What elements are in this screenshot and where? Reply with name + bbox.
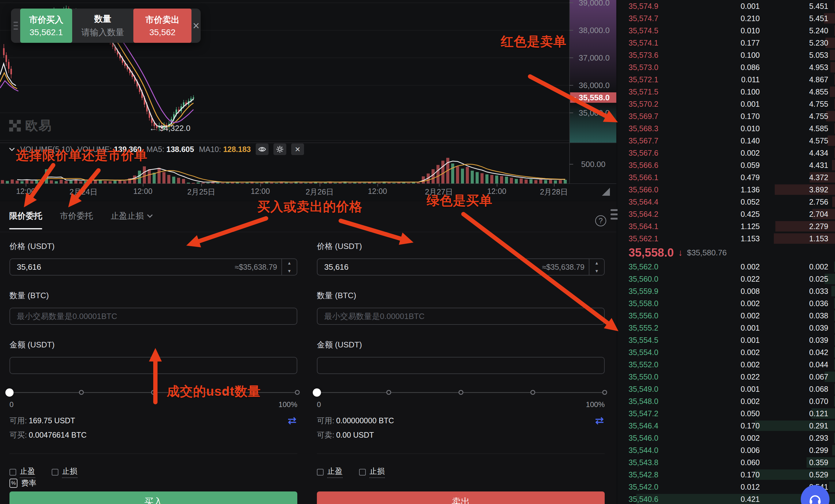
available-label: 可用: xyxy=(317,416,334,426)
order-book-ask-row[interactable]: 35,574.90.0015.451 xyxy=(617,0,835,12)
quantity-label: 数量 (BTC) xyxy=(9,290,297,301)
sell-price-input[interactable] xyxy=(318,259,542,275)
price-step-down-icon[interactable]: ▼ xyxy=(282,267,297,275)
buy-percent-slider[interactable] xyxy=(9,388,297,397)
take-profit-checkbox[interactable]: 止盈 xyxy=(317,466,343,478)
svg-text:39,000.0: 39,000.0 xyxy=(579,0,610,7)
order-book-bid-row[interactable]: 35,544.00.0060.299 xyxy=(617,444,835,456)
ma5-value: 138.605 xyxy=(166,145,194,154)
order-book-bid-row[interactable]: 35,546.40.1700.291 xyxy=(617,420,835,432)
order-book-bid-row[interactable]: 35,560.00.0220.025 xyxy=(617,273,835,285)
order-book-bid-row[interactable]: 35,542.00.0120.541 xyxy=(617,481,835,493)
slider-handle[interactable] xyxy=(5,388,14,397)
order-book-ask-row[interactable]: 35,574.10.1775.230 xyxy=(617,37,835,49)
ma5-label: MA5: xyxy=(146,145,164,154)
gear-icon[interactable] xyxy=(273,143,286,155)
order-book-ask-row[interactable]: 35,568.30.0104.585 xyxy=(617,122,835,135)
price-step-up-icon[interactable]: ▲ xyxy=(589,259,604,267)
price-step-up-icon[interactable]: ▲ xyxy=(282,259,297,267)
order-book-bid-row[interactable]: 35,543.80.0600.359 xyxy=(617,456,835,468)
order-book: 35,574.90.0015.45135,574.70.2105.45135,5… xyxy=(617,0,835,504)
order-book-ask-row[interactable]: 35,566.01.1363.892 xyxy=(617,183,835,196)
max-buy-value: 0.00476614 BTC xyxy=(29,430,86,440)
order-book-ask-row[interactable]: 35,566.10.4794.372 xyxy=(617,171,835,183)
order-book-ask-row[interactable]: 35,564.40.0522.756 xyxy=(617,196,835,208)
order-book-ask-row[interactable]: 35,562.11.1531.153 xyxy=(617,233,835,245)
collapse-chevron-icon[interactable] xyxy=(8,147,15,152)
order-book-ask-row[interactable]: 35,574.70.2105.451 xyxy=(617,12,835,24)
close-indicator-icon[interactable]: × xyxy=(291,143,304,155)
order-book-ask-row[interactable]: 35,564.11.1252.279 xyxy=(617,220,835,233)
order-book-ask-row[interactable]: 35,567.70.1404.575 xyxy=(617,135,835,147)
sell-percent-slider[interactable] xyxy=(317,388,605,397)
market-sell-button[interactable]: 市价卖出 35,562 xyxy=(134,8,191,43)
ma10-value: 128.183 xyxy=(223,145,251,154)
max-sell-label: 可卖: xyxy=(317,430,334,440)
order-book-bid-row[interactable]: 35,556.00.0020.038 xyxy=(617,309,835,322)
order-book-bid-row[interactable]: 35,542.80.1700.529 xyxy=(617,468,835,481)
buy-quantity-input[interactable] xyxy=(10,308,297,324)
time-axis-label: 12:00 xyxy=(251,187,270,196)
time-axis[interactable]: 12:002月24日12:002月25日12:002月26日12:002月27日… xyxy=(0,183,616,198)
order-book-ask-row[interactable]: 35,573.00.0864.953 xyxy=(617,61,835,74)
order-book-bid-row[interactable]: 35,550.00.0220.067 xyxy=(617,371,835,383)
quantity-placeholder: 请输入数量 xyxy=(81,27,124,38)
eye-icon[interactable] xyxy=(256,143,268,155)
sell-submit-button[interactable]: 卖出 xyxy=(317,491,605,504)
order-book-bid-row[interactable]: 35,558.00.0020.036 xyxy=(617,297,835,309)
sell-quantity-input[interactable] xyxy=(318,308,604,324)
transfer-swap-icon[interactable] xyxy=(287,417,297,425)
sell-amount-input[interactable] xyxy=(318,358,604,374)
available-value: 0.00000000 BTC xyxy=(336,416,394,425)
last-price-row[interactable]: 35,558.0 ↓ $35,580.76 xyxy=(617,245,835,261)
order-book-ask-row[interactable]: 35,567.60.0024.434 xyxy=(617,147,835,159)
popup-drag-handle-icon[interactable] xyxy=(11,8,20,43)
order-book-ask-row[interactable]: 35,569.70.1704.755 xyxy=(617,110,835,122)
order-book-bid-row[interactable]: 35,554.50.0010.039 xyxy=(617,334,835,346)
order-book-ask-row[interactable]: 35,564.20.4252.704 xyxy=(617,208,835,220)
order-book-bid-row[interactable]: 35,552.00.0020.044 xyxy=(617,359,835,371)
popup-close-icon[interactable]: × xyxy=(191,8,201,43)
order-book-ask-row[interactable]: 35,570.20.0014.755 xyxy=(617,98,835,110)
price-label: 价格 (USDT) xyxy=(317,241,605,252)
order-book-bid-row[interactable]: 35,547.20.0500.121 xyxy=(617,407,835,420)
volume-value: 139.360 xyxy=(114,145,141,154)
order-book-bid-row[interactable]: 35,555.20.0010.039 xyxy=(617,322,835,334)
order-book-bid-row[interactable]: 35,549.00.0010.068 xyxy=(617,383,835,395)
order-book-bid-row[interactable]: 35,562.00.0020.002 xyxy=(617,261,835,273)
resize-handle-icon[interactable] xyxy=(602,188,610,196)
order-book-bid-row[interactable]: 35,546.00.0020.293 xyxy=(617,432,835,444)
order-book-bid-row[interactable]: 35,548.00.0020.070 xyxy=(617,395,835,407)
buy-price-input[interactable] xyxy=(10,259,235,275)
slider-handle[interactable] xyxy=(313,388,321,397)
order-book-ask-row[interactable]: 35,573.60.1005.053 xyxy=(617,49,835,61)
tab-order-type-1[interactable]: 市价委托 xyxy=(60,210,93,229)
order-book-bid-row[interactable]: 35,559.90.0080.033 xyxy=(617,285,835,297)
quantity-label: 数量 xyxy=(94,13,111,25)
price-usd-approx: ≈$35,638.79 xyxy=(542,263,589,271)
order-book-ask-row[interactable]: 35,574.50.0105.240 xyxy=(617,24,835,37)
order-book-ask-row[interactable]: 35,566.60.0594.431 xyxy=(617,159,835,171)
brand-name: 欧易 xyxy=(25,117,52,134)
sell-order-form: 价格 (USDT) ≈$35,638.79 ▲▼ 数量 (BTC) 金额 (US… xyxy=(317,241,605,504)
svg-text:37,000.0: 37,000.0 xyxy=(579,53,610,62)
transfer-swap-icon[interactable] xyxy=(594,417,605,425)
order-book-ask-row[interactable]: 35,572.10.0114.867 xyxy=(617,74,835,86)
amount-label: 金额 (USDT) xyxy=(317,340,605,350)
buy-submit-button[interactable]: 买入 xyxy=(9,491,297,504)
fee-rate-link[interactable]: % 费率 xyxy=(9,478,36,488)
order-book-bid-row[interactable]: 35,554.00.0020.042 xyxy=(617,346,835,359)
buy-amount-input[interactable] xyxy=(10,358,297,374)
order-book-ask-row[interactable]: 35,571.50.1004.855 xyxy=(617,86,835,98)
headset-icon xyxy=(808,492,822,504)
quick-trade-popup: 市价买入 35,562.1 数量 请输入数量 市价卖出 35,562 × xyxy=(11,8,201,43)
tab-order-type-2[interactable]: 止盈止损 xyxy=(111,210,153,229)
take-profit-checkbox[interactable]: 止盈 xyxy=(9,466,35,478)
price-step-down-icon[interactable]: ▼ xyxy=(589,267,604,275)
market-buy-button[interactable]: 市价买入 35,562.1 xyxy=(20,8,72,43)
tab-order-type-0[interactable]: 限价委托 xyxy=(9,210,42,229)
stop-loss-checkbox[interactable]: 止损 xyxy=(359,466,385,478)
popup-quantity-field[interactable]: 数量 请输入数量 xyxy=(72,8,134,43)
help-icon[interactable]: ? xyxy=(595,215,606,226)
stop-loss-checkbox[interactable]: 止损 xyxy=(52,466,77,478)
